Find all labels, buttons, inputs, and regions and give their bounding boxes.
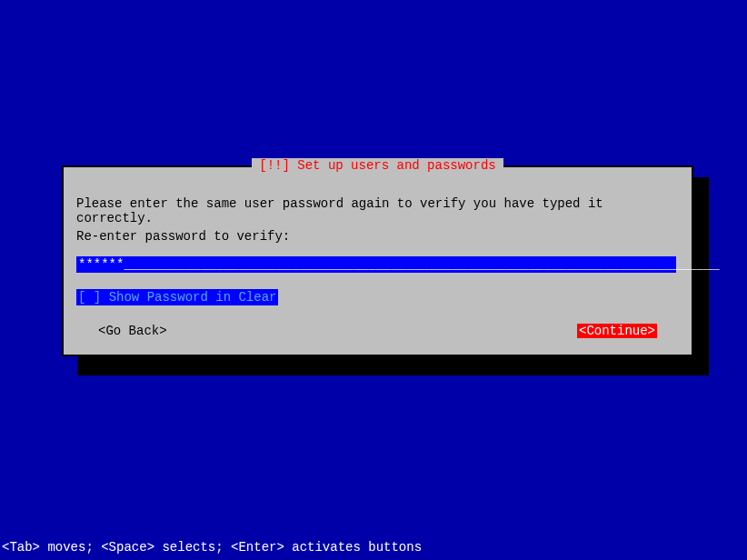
instruction-text: Please enter the same user password agai… bbox=[76, 196, 679, 225]
password-dialog: [!!] Set up users and passwords Please e… bbox=[62, 165, 693, 356]
dialog-priority-icon: [!!] bbox=[259, 158, 290, 173]
password-masked-value: ******__________________________________… bbox=[78, 257, 720, 272]
prompt-text: Re-enter password to verify: bbox=[76, 229, 679, 244]
dialog-content: Please enter the same user password agai… bbox=[64, 167, 692, 351]
checkbox-label: Show Password in Clear bbox=[109, 290, 277, 305]
continue-button[interactable]: <Continue> bbox=[577, 324, 657, 338]
go-back-button[interactable]: <Go Back> bbox=[98, 324, 167, 338]
dialog-title-text: Set up users and passwords bbox=[297, 158, 495, 173]
dialog-title-bar: [!!] Set up users and passwords bbox=[64, 158, 692, 173]
password-input[interactable]: ******__________________________________… bbox=[76, 256, 676, 273]
checkbox-box-icon: [ ] bbox=[78, 290, 101, 305]
show-password-checkbox[interactable]: [ ] Show Password in Clear bbox=[76, 289, 278, 305]
footer-help-text: <Tab> moves; <Space> selects; <Enter> ac… bbox=[2, 540, 422, 555]
button-row: <Go Back> <Continue> bbox=[76, 324, 679, 338]
dialog-title: [!!] Set up users and passwords bbox=[252, 158, 503, 173]
